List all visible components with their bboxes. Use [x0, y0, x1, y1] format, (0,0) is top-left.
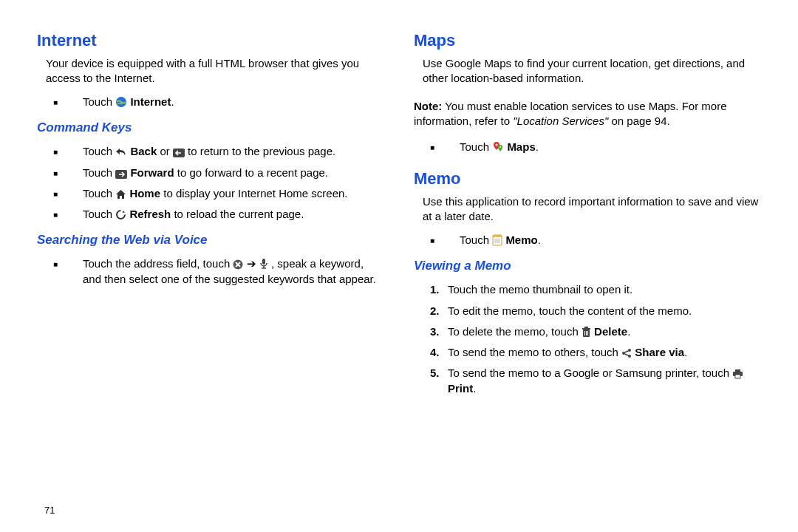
label-back: Back [130, 145, 157, 157]
heading-viewing-memo: Viewing a Memo [414, 258, 761, 275]
page-number: 71 [37, 504, 384, 517]
back-curved-icon [115, 147, 127, 157]
svg-rect-25 [735, 369, 740, 372]
heading-internet: Internet [37, 30, 384, 52]
refresh-icon [115, 209, 126, 220]
dot: . [684, 346, 687, 358]
step-4: 4. To send the memo to others, touch Sha… [430, 345, 761, 360]
svg-rect-10 [493, 235, 502, 237]
num-label: 2. [430, 304, 440, 318]
text: To edit the memo, touch the content of t… [448, 304, 692, 317]
heading-maps: Maps [414, 30, 761, 52]
para-internet: Your device is equipped with a full HTML… [37, 56, 384, 86]
num-label: 4. [430, 345, 440, 360]
text: To send the memo to others, touch [448, 346, 621, 358]
text-tail: to go forward to a recent page. [177, 166, 328, 179]
step-2: 2. To edit the memo, touch the content o… [430, 304, 761, 318]
share-icon [621, 348, 632, 358]
label-refresh: Refresh [129, 208, 171, 220]
text: To send the memo to a Google or Samsung … [448, 366, 732, 379]
para-maps: Use Google Maps to find your current loc… [414, 56, 761, 86]
svg-rect-4 [262, 259, 265, 265]
note-ref: "Location Services" [513, 115, 608, 127]
note-maps: Note: You must enable location services … [414, 99, 761, 129]
dot: . [627, 325, 630, 338]
arrow-text: ➔ [247, 257, 259, 270]
label-delete: Delete [594, 325, 627, 338]
dot: . [473, 382, 476, 395]
bullet-voice-search: Touch the address field, touch ➔ , speak… [53, 256, 384, 287]
bullet-home: Touch Home to display your Internet Home… [53, 186, 384, 201]
text: Touch [460, 140, 492, 153]
dot: . [536, 140, 539, 153]
note-text-b: on page 94. [608, 115, 669, 127]
svg-rect-27 [735, 375, 740, 378]
dot: . [171, 95, 174, 108]
svg-point-8 [499, 146, 501, 147]
label-forward: Forward [130, 166, 174, 179]
dot: . [538, 233, 541, 246]
label-memo: Memo [505, 233, 537, 246]
text-tail: to reload the current page. [174, 208, 304, 220]
num-label: 5. [430, 366, 440, 381]
svg-rect-15 [582, 328, 590, 330]
heading-search-voice: Searching the Web via Voice [37, 232, 384, 249]
bullet-touch-maps: Touch Maps. [430, 140, 761, 154]
text: Touch [83, 187, 115, 200]
text: To delete the memo, touch [448, 325, 582, 338]
text-tail: to display your Internet Home screen. [163, 187, 347, 200]
step-1: 1. Touch the memo thumbnail to open it. [430, 282, 761, 297]
text: Touch [83, 145, 115, 157]
label-internet: Internet [130, 95, 171, 108]
text-or: or [160, 145, 173, 157]
print-icon [732, 369, 743, 379]
svg-rect-16 [584, 327, 588, 328]
back-arrow-icon [173, 149, 185, 157]
label-share: Share via [635, 346, 684, 358]
label-home: Home [129, 187, 160, 200]
text-tail: to return to the previous page. [188, 145, 335, 157]
svg-point-7 [496, 143, 498, 146]
text: Touch the address field, touch [83, 257, 233, 270]
left-column: Internet Your device is equipped with a … [37, 30, 384, 517]
maps-icon [492, 141, 504, 153]
right-column: Maps Use Google Maps to find your curren… [414, 30, 761, 517]
text: Touch [83, 166, 115, 179]
microphone-icon [259, 258, 268, 270]
delete-icon [582, 327, 591, 338]
step-5: 5. To send the memo to a Google or Samsu… [430, 366, 761, 396]
label-print: Print [448, 382, 473, 395]
bullet-back: Touch Back or to return to the previous … [53, 144, 384, 159]
bullet-refresh: Touch Refresh to reload the current page… [53, 207, 384, 222]
text: Touch [83, 95, 115, 108]
num-label: 3. [430, 324, 440, 339]
svg-line-24 [625, 354, 629, 355]
memo-icon [492, 234, 502, 246]
bullet-forward: Touch Forward to go forward to a recent … [53, 166, 384, 180]
step-3: 3. To delete the memo, touch Delete. [430, 324, 761, 339]
heading-command-keys: Command Keys [37, 120, 384, 137]
text: Touch [460, 233, 492, 246]
heading-memo: Memo [414, 168, 761, 190]
globe-icon [115, 96, 127, 108]
home-icon [115, 189, 126, 200]
num-label: 1. [430, 282, 440, 297]
close-x-icon [233, 259, 243, 270]
text: Touch the memo thumbnail to open it. [448, 283, 632, 296]
para-memo: Use this application to record important… [414, 194, 761, 225]
bullet-touch-internet: Touch Internet. [53, 95, 384, 109]
svg-line-23 [625, 351, 629, 352]
label-maps: Maps [507, 140, 535, 153]
note-label: Note: [414, 100, 442, 112]
text: Touch [83, 208, 115, 220]
forward-arrow-icon [115, 170, 127, 179]
bullet-touch-memo: Touch Memo. [430, 233, 761, 248]
